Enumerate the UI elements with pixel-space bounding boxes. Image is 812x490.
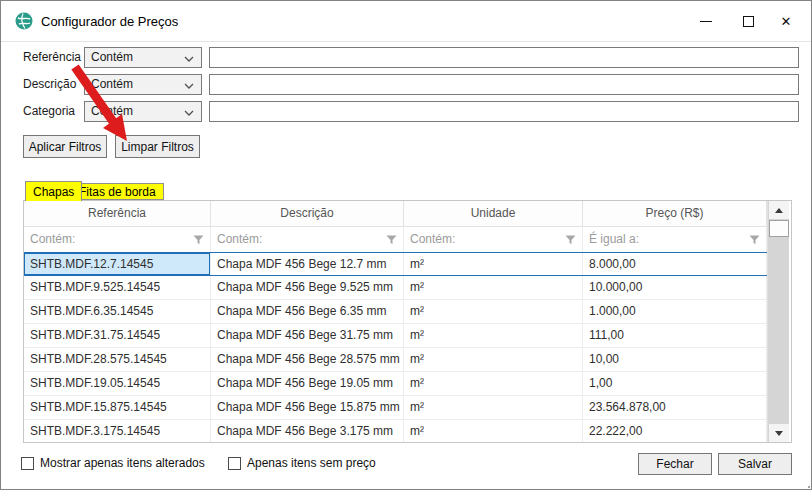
limpar-filtros-button[interactable]: Limpar Filtros	[115, 135, 200, 158]
column-header-preco[interactable]: Preço (R$)	[583, 201, 767, 227]
referencia-label: Referência	[23, 47, 83, 68]
table-row[interactable]: SHTB.MDF.15.875.14545 Chapa MDF 456 Bege…	[24, 396, 767, 420]
funnel-icon[interactable]	[386, 235, 397, 245]
cell-descricao[interactable]: Chapa MDF 456 Bege 28.575 mm	[211, 348, 404, 371]
cell-descricao[interactable]: Chapa MDF 456 Bege 15.875 mm	[211, 396, 404, 419]
cell-descricao[interactable]: Chapa MDF 456 Bege 19.05 mm	[211, 372, 404, 395]
cell-referencia[interactable]: SHTB.MDF.3.175.14545	[24, 420, 211, 442]
funnel-icon[interactable]	[565, 235, 576, 245]
vertical-scrollbar[interactable]	[767, 201, 789, 442]
cell-descricao[interactable]: Chapa MDF 456 Bege 12.7 mm	[211, 253, 404, 275]
column-header-descricao[interactable]: Descrição	[211, 201, 404, 227]
cell-unidade[interactable]: m²	[404, 396, 583, 419]
cell-unidade[interactable]: m²	[404, 253, 583, 275]
configurador-de-precos-window: { "window": { "title": "Configurador de …	[0, 0, 812, 490]
cell-referencia[interactable]: SHTB.MDF.6.35.14545	[24, 300, 211, 323]
table-row[interactable]: SHTB.MDF.19.05.14545 Chapa MDF 456 Bege …	[24, 372, 767, 396]
table-row[interactable]: SHTB.MDF.9.525.14545 Chapa MDF 456 Bege …	[24, 276, 767, 300]
chevron-down-icon	[184, 83, 194, 89]
cell-unidade[interactable]: m²	[404, 372, 583, 395]
cell-descricao[interactable]: Chapa MDF 456 Bege 31.75 mm	[211, 324, 404, 347]
filter-cell-label: É igual a:	[589, 232, 639, 246]
cell-preco[interactable]: 1.000,00	[583, 300, 767, 323]
resize-grip-icon[interactable]	[804, 482, 806, 484]
combo-value: Contém	[91, 50, 133, 64]
fechar-button[interactable]: Fechar	[638, 453, 712, 475]
scroll-up-button[interactable]	[769, 201, 789, 219]
categoria-filter-input[interactable]	[209, 101, 799, 122]
checkbox-box[interactable]	[21, 457, 34, 470]
app-icon	[15, 12, 33, 30]
grid-header-row: Referência Descrição Unidade Preço (R$)	[24, 201, 767, 227]
descricao-label: Descrição	[23, 74, 83, 95]
filter-cell-label: Contém:	[410, 232, 455, 246]
cell-referencia[interactable]: SHTB.MDF.12.7.14545	[24, 253, 211, 275]
maximize-button[interactable]	[731, 1, 765, 41]
cell-preco[interactable]: 111,00	[583, 324, 767, 347]
cell-unidade[interactable]: m²	[404, 324, 583, 347]
descricao-filter-input[interactable]	[209, 74, 799, 95]
descricao-operator-combo[interactable]: Contém	[84, 74, 202, 95]
column-header-referencia[interactable]: Referência	[24, 201, 211, 227]
chevron-down-icon	[184, 56, 194, 62]
cell-preco[interactable]: 22.222,00	[583, 420, 767, 442]
column-header-unidade[interactable]: Unidade	[404, 201, 583, 227]
cell-unidade[interactable]: m²	[404, 348, 583, 371]
grid-filter-unidade[interactable]: Contém:	[404, 227, 583, 252]
cell-referencia[interactable]: SHTB.MDF.31.75.14545	[24, 324, 211, 347]
price-grid: Referência Descrição Unidade Preço (R$) …	[24, 201, 789, 442]
minimize-icon	[700, 21, 712, 22]
cell-descricao[interactable]: Chapa MDF 456 Bege 9.525 mm	[211, 276, 404, 299]
minimize-button[interactable]	[689, 1, 723, 41]
tab-chapas[interactable]: Chapas	[25, 181, 82, 201]
scroll-down-button[interactable]	[769, 424, 789, 442]
window-title: Configurador de Preços	[41, 1, 178, 42]
filter-cell-label: Contém:	[217, 232, 262, 246]
combo-value: Contém	[91, 104, 133, 118]
close-button[interactable]: ✕	[769, 1, 803, 41]
chevron-down-icon	[184, 110, 194, 116]
categoria-operator-combo[interactable]: Contém	[84, 101, 202, 122]
checkbox-box[interactable]	[228, 457, 241, 470]
cell-preco[interactable]: 10,00	[583, 348, 767, 371]
title-bar: Configurador de Preços ✕	[1, 1, 811, 42]
grid-filter-referencia[interactable]: Contém:	[24, 227, 211, 252]
funnel-icon[interactable]	[749, 235, 760, 245]
table-row[interactable]: SHTB.MDF.31.75.14545 Chapa MDF 456 Bege …	[24, 324, 767, 348]
cell-preco[interactable]: 10.000,00	[583, 276, 767, 299]
cell-descricao[interactable]: Chapa MDF 456 Bege 6.35 mm	[211, 300, 404, 323]
filter-cell-label: Contém:	[30, 232, 75, 246]
triangle-up-icon	[775, 208, 783, 213]
referencia-operator-combo[interactable]: Contém	[84, 47, 202, 68]
cell-unidade[interactable]: m²	[404, 300, 583, 323]
cell-descricao[interactable]: Chapa MDF 456 Bege 3.175 mm	[211, 420, 404, 442]
combo-value: Contém	[91, 77, 133, 91]
salvar-button[interactable]: Salvar	[718, 453, 792, 475]
categoria-label: Categoria	[23, 101, 83, 122]
tab-fitas-de-borda[interactable]: Fitas de borda	[71, 183, 164, 200]
table-row[interactable]: SHTB.MDF.3.175.14545 Chapa MDF 456 Bege …	[24, 420, 767, 442]
checkbox-apenas-itens-sem-preco[interactable]: Apenas itens sem preço	[228, 456, 376, 471]
checkbox-mostrar-apenas-itens-alterados[interactable]: Mostrar apenas itens alterados	[21, 456, 205, 471]
cell-referencia[interactable]: SHTB.MDF.15.875.14545	[24, 396, 211, 419]
cell-preco[interactable]: 23.564.878,00	[583, 396, 767, 419]
cell-preco[interactable]: 8.000,00	[583, 253, 767, 275]
table-row[interactable]: SHTB.MDF.28.575.14545 Chapa MDF 456 Bege…	[24, 348, 767, 372]
cell-preco[interactable]: 1,00	[583, 372, 767, 395]
grid-filter-descricao[interactable]: Contém:	[211, 227, 404, 252]
triangle-down-icon	[775, 431, 783, 436]
aplicar-filtros-button[interactable]: Aplicar Filtros	[23, 135, 107, 158]
table-row[interactable]: SHTB.MDF.6.35.14545 Chapa MDF 456 Bege 6…	[24, 300, 767, 324]
cell-referencia[interactable]: SHTB.MDF.28.575.14545	[24, 348, 211, 371]
cell-referencia[interactable]: SHTB.MDF.9.525.14545	[24, 276, 211, 299]
cell-unidade[interactable]: m²	[404, 420, 583, 442]
cell-unidade[interactable]: m²	[404, 276, 583, 299]
grid-filter-preco[interactable]: É igual a:	[583, 227, 767, 252]
scrollbar-thumb[interactable]	[769, 220, 789, 237]
checkbox-label: Mostrar apenas itens alterados	[40, 456, 205, 471]
table-row[interactable]: SHTB.MDF.12.7.14545 Chapa MDF 456 Bege 1…	[24, 252, 767, 276]
referencia-filter-input[interactable]	[209, 47, 799, 68]
close-icon: ✕	[781, 14, 792, 29]
funnel-icon[interactable]	[193, 235, 204, 245]
cell-referencia[interactable]: SHTB.MDF.19.05.14545	[24, 372, 211, 395]
